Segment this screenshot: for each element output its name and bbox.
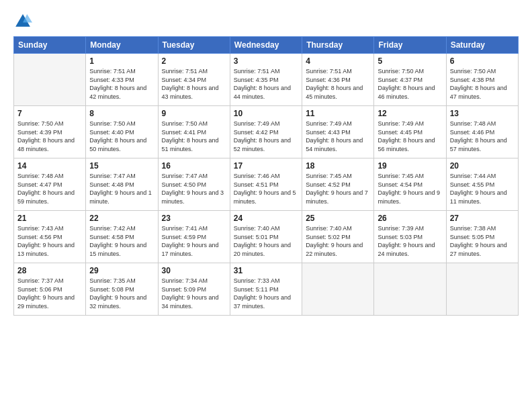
day-cell: 26Sunrise: 7:39 AMSunset: 5:03 PMDayligh… [374,211,446,263]
day-info: Sunrise: 7:47 AMSunset: 4:50 PMDaylight:… [162,172,226,205]
week-row-5: 28Sunrise: 7:37 AMSunset: 5:06 PMDayligh… [14,263,519,316]
col-header-thursday: Thursday [302,37,374,54]
day-cell: 13Sunrise: 7:48 AMSunset: 4:46 PMDayligh… [446,106,518,158]
day-number: 24 [234,214,298,223]
day-cell: 8Sunrise: 7:50 AMSunset: 4:40 PMDaylight… [86,106,158,158]
day-number: 22 [89,214,154,223]
day-cell: 28Sunrise: 7:37 AMSunset: 5:06 PMDayligh… [14,263,86,316]
day-cell: 1Sunrise: 7:51 AMSunset: 4:33 PMDaylight… [86,54,158,106]
calendar-table: SundayMondayTuesdayWednesdayThursdayFrid… [13,36,519,316]
day-info: Sunrise: 7:48 AMSunset: 4:47 PMDaylight:… [17,172,82,205]
day-number: 14 [17,161,82,171]
day-info: Sunrise: 7:45 AMSunset: 4:54 PMDaylight:… [378,172,442,205]
day-cell: 24Sunrise: 7:40 AMSunset: 5:01 PMDayligh… [230,211,302,263]
day-info: Sunrise: 7:50 AMSunset: 4:41 PMDaylight:… [162,120,226,153]
day-number: 6 [450,56,515,66]
day-cell [14,54,86,106]
day-number: 4 [306,56,370,66]
day-info: Sunrise: 7:51 AMSunset: 4:35 PMDaylight:… [234,67,298,101]
day-number: 20 [450,161,515,171]
week-row-3: 14Sunrise: 7:48 AMSunset: 4:47 PMDayligh… [14,158,519,211]
day-info: Sunrise: 7:49 AMSunset: 4:43 PMDaylight:… [306,120,370,153]
day-cell: 14Sunrise: 7:48 AMSunset: 4:47 PMDayligh… [14,158,86,211]
day-number: 10 [234,109,298,118]
day-number: 26 [378,214,442,223]
day-info: Sunrise: 7:47 AMSunset: 4:48 PMDaylight:… [89,172,154,205]
day-number: 25 [306,214,370,223]
logo [13,12,35,31]
day-cell [374,263,446,316]
day-info: Sunrise: 7:49 AMSunset: 4:42 PMDaylight:… [234,120,298,153]
day-number: 28 [17,266,82,275]
day-number: 23 [162,214,226,223]
header-row: SundayMondayTuesdayWednesdayThursdayFrid… [14,37,519,54]
col-header-monday: Monday [86,37,158,54]
day-number: 1 [89,56,154,66]
week-row-2: 7Sunrise: 7:50 AMSunset: 4:39 PMDaylight… [14,106,519,158]
day-info: Sunrise: 7:50 AMSunset: 4:40 PMDaylight:… [89,120,154,153]
day-info: Sunrise: 7:50 AMSunset: 4:39 PMDaylight:… [17,120,82,153]
day-number: 3 [234,56,298,66]
day-cell: 16Sunrise: 7:47 AMSunset: 4:50 PMDayligh… [158,158,230,211]
day-info: Sunrise: 7:40 AMSunset: 5:02 PMDaylight:… [306,224,370,258]
day-number: 13 [450,109,515,118]
day-number: 19 [378,161,442,171]
col-header-friday: Friday [374,37,446,54]
day-cell: 6Sunrise: 7:50 AMSunset: 4:38 PMDaylight… [446,54,518,106]
day-number: 8 [89,109,154,118]
day-info: Sunrise: 7:37 AMSunset: 5:06 PMDaylight:… [17,277,82,310]
day-number: 17 [234,161,298,171]
day-info: Sunrise: 7:34 AMSunset: 5:09 PMDaylight:… [162,277,226,310]
day-cell [302,263,374,316]
day-info: Sunrise: 7:50 AMSunset: 4:38 PMDaylight:… [450,67,515,101]
day-info: Sunrise: 7:50 AMSunset: 4:37 PMDaylight:… [378,67,442,101]
day-cell: 25Sunrise: 7:40 AMSunset: 5:02 PMDayligh… [302,211,374,263]
day-cell: 29Sunrise: 7:35 AMSunset: 5:08 PMDayligh… [86,263,158,316]
day-number: 15 [89,161,154,171]
day-cell: 4Sunrise: 7:51 AMSunset: 4:36 PMDaylight… [302,54,374,106]
day-info: Sunrise: 7:39 AMSunset: 5:03 PMDaylight:… [378,224,442,258]
day-cell [446,263,518,316]
day-cell: 17Sunrise: 7:46 AMSunset: 4:51 PMDayligh… [230,158,302,211]
day-number: 16 [162,161,226,171]
day-cell: 27Sunrise: 7:38 AMSunset: 5:05 PMDayligh… [446,211,518,263]
day-cell: 31Sunrise: 7:33 AMSunset: 5:11 PMDayligh… [230,263,302,316]
day-info: Sunrise: 7:44 AMSunset: 4:55 PMDaylight:… [450,172,515,205]
day-cell: 9Sunrise: 7:50 AMSunset: 4:41 PMDaylight… [158,106,230,158]
day-cell: 7Sunrise: 7:50 AMSunset: 4:39 PMDaylight… [14,106,86,158]
header [13,12,519,31]
day-cell: 15Sunrise: 7:47 AMSunset: 4:48 PMDayligh… [86,158,158,211]
day-number: 12 [378,109,442,118]
day-number: 7 [17,109,82,118]
day-cell: 3Sunrise: 7:51 AMSunset: 4:35 PMDaylight… [230,54,302,106]
day-info: Sunrise: 7:38 AMSunset: 5:05 PMDaylight:… [450,224,515,258]
day-number: 31 [234,266,298,275]
day-number: 5 [378,56,442,66]
day-info: Sunrise: 7:51 AMSunset: 4:34 PMDaylight:… [162,67,226,101]
day-cell: 5Sunrise: 7:50 AMSunset: 4:37 PMDaylight… [374,54,446,106]
day-info: Sunrise: 7:45 AMSunset: 4:52 PMDaylight:… [306,172,370,205]
day-info: Sunrise: 7:41 AMSunset: 4:59 PMDaylight:… [162,224,226,258]
day-number: 18 [306,161,370,171]
col-header-sunday: Sunday [14,37,86,54]
day-info: Sunrise: 7:33 AMSunset: 5:11 PMDaylight:… [234,277,298,310]
week-row-1: 1Sunrise: 7:51 AMSunset: 4:33 PMDaylight… [14,54,519,106]
day-number: 27 [450,214,515,223]
day-cell: 2Sunrise: 7:51 AMSunset: 4:34 PMDaylight… [158,54,230,106]
day-cell: 30Sunrise: 7:34 AMSunset: 5:09 PMDayligh… [158,263,230,316]
day-info: Sunrise: 7:46 AMSunset: 4:51 PMDaylight:… [234,172,298,205]
day-info: Sunrise: 7:43 AMSunset: 4:56 PMDaylight:… [17,224,82,258]
day-number: 9 [162,109,226,118]
day-cell: 18Sunrise: 7:45 AMSunset: 4:52 PMDayligh… [302,158,374,211]
day-number: 21 [17,214,82,223]
col-header-saturday: Saturday [446,37,518,54]
day-cell: 10Sunrise: 7:49 AMSunset: 4:42 PMDayligh… [230,106,302,158]
day-number: 29 [89,266,154,275]
logo-icon [13,12,32,31]
day-info: Sunrise: 7:51 AMSunset: 4:36 PMDaylight:… [306,67,370,101]
day-number: 11 [306,109,370,118]
day-info: Sunrise: 7:51 AMSunset: 4:33 PMDaylight:… [89,67,154,101]
day-cell: 21Sunrise: 7:43 AMSunset: 4:56 PMDayligh… [14,211,86,263]
day-info: Sunrise: 7:48 AMSunset: 4:46 PMDaylight:… [450,120,515,153]
day-cell: 23Sunrise: 7:41 AMSunset: 4:59 PMDayligh… [158,211,230,263]
